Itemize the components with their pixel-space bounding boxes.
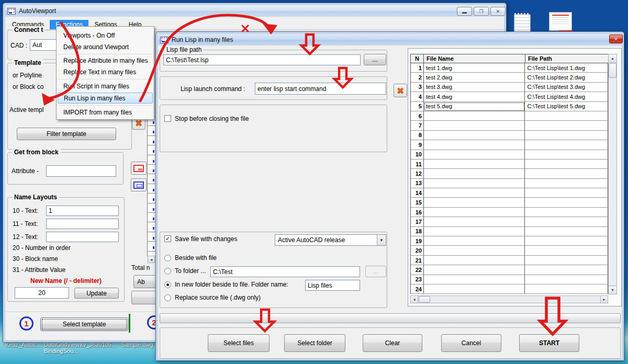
file-path-cell[interactable] <box>525 160 608 169</box>
close-button[interactable]: ✕ <box>490 7 506 16</box>
vscroll-thumb[interactable] <box>609 63 616 78</box>
maximize-button[interactable]: ❐ <box>474 7 489 16</box>
scroll-right-icon[interactable]: ► <box>600 295 608 303</box>
desktop-icon-label[interactable]: BindingSou... <box>44 348 78 354</box>
file-path-cell[interactable]: C:\Test Lisp\test 1.dwg <box>525 63 608 73</box>
table-row[interactable]: 17 <box>411 217 608 226</box>
dialog-close-button[interactable]: ✕ <box>609 35 623 43</box>
file-name-cell[interactable] <box>424 121 525 130</box>
select-files-button[interactable]: Select files <box>208 334 270 352</box>
file-path-cell[interactable]: C:\Test Lisp\test 4.dwg <box>525 92 608 101</box>
table-row[interactable]: 10 <box>411 150 608 160</box>
row-number-cell[interactable]: 21 <box>411 256 424 265</box>
file-path-cell[interactable] <box>525 275 608 285</box>
file-path-cell[interactable] <box>525 236 608 246</box>
file-name-cell[interactable] <box>424 169 525 178</box>
hscroll-thumb[interactable] <box>419 296 430 303</box>
launch-command-input[interactable]: enter lisp start command <box>255 83 386 95</box>
file-path-cell[interactable] <box>525 188 608 198</box>
file-name-cell[interactable] <box>424 236 525 246</box>
file-name-cell[interactable] <box>424 217 525 226</box>
red-viewport-button[interactable] <box>131 162 147 175</box>
file-path-cell[interactable] <box>525 111 608 121</box>
table-row[interactable]: 15 <box>411 198 608 207</box>
row-number-cell[interactable]: 15 <box>411 198 424 207</box>
update-button[interactable]: Update <box>74 288 119 299</box>
file-name-cell[interactable] <box>424 150 525 160</box>
table-row[interactable]: 14 <box>411 188 608 198</box>
row-number-cell[interactable]: 14 <box>411 188 424 198</box>
document-desktop-icon[interactable] <box>549 12 572 31</box>
row-number-cell[interactable]: 3 <box>411 83 424 92</box>
file-path-cell[interactable] <box>525 150 608 160</box>
row-number-cell[interactable]: 5 <box>411 102 424 111</box>
grid-vscrollbar[interactable] <box>608 54 617 294</box>
col-header-file-name[interactable]: File Name <box>424 54 525 63</box>
blue-viewport-button[interactable] <box>131 178 147 191</box>
new-folder-radio[interactable] <box>164 281 171 288</box>
remove-files-button[interactable]: ✖ <box>394 84 407 97</box>
row-number-cell[interactable]: 16 <box>411 208 424 217</box>
table-row[interactable]: 4test 4.dwgC:\Test Lisp\test 4.dwg <box>411 92 608 101</box>
text12-input[interactable] <box>46 232 119 242</box>
file-name-cell[interactable] <box>424 179 525 188</box>
table-row[interactable]: 19 <box>411 236 608 246</box>
row-number-cell[interactable]: 4 <box>411 92 424 101</box>
dialog-titlebar[interactable]: Run Lisp in many files <box>158 34 622 46</box>
minimize-button[interactable]: ▬ <box>457 7 472 16</box>
file-path-cell[interactable] <box>525 140 608 150</box>
file-name-cell[interactable] <box>424 140 525 150</box>
attribute-input[interactable] <box>46 165 116 177</box>
row-number-cell[interactable]: 1 <box>411 63 424 73</box>
scroll-left-icon[interactable]: ◄ <box>410 295 418 303</box>
row-number-cell[interactable]: 11 <box>411 160 424 169</box>
file-path-cell[interactable]: C:\Test Lisp\test 2.dwg <box>525 73 608 82</box>
file-path-cell[interactable] <box>525 121 608 130</box>
row-number-cell[interactable]: 23 <box>411 275 424 285</box>
scroll-down-icon[interactable]: ▼ <box>608 286 617 294</box>
row-number-cell[interactable]: 2 <box>411 73 424 82</box>
table-row[interactable]: 22 <box>411 265 608 275</box>
file-path-cell[interactable] <box>525 198 608 207</box>
table-row[interactable]: 20 <box>411 246 608 255</box>
main-titlebar[interactable]: AutoViewport <box>5 5 504 17</box>
menu-item-run-lisp[interactable]: Run Lisp in many files <box>58 93 153 104</box>
row-number-cell[interactable]: 24 <box>411 285 424 294</box>
table-row[interactable]: 6 <box>411 111 608 121</box>
row-number-cell[interactable]: 22 <box>411 265 424 275</box>
file-path-cell[interactable] <box>525 265 608 275</box>
menu-item-import[interactable]: IMPORT from many files <box>58 107 153 118</box>
row-number-cell[interactable]: 7 <box>411 121 424 130</box>
file-path-cell[interactable] <box>525 179 608 188</box>
menu-item-delete-around-viewport[interactable]: Delete around Viewport <box>58 41 153 52</box>
file-name-cell[interactable] <box>424 198 525 207</box>
file-path-cell[interactable] <box>525 131 608 140</box>
file-name-cell[interactable]: test 3.dwg <box>424 83 525 92</box>
file-name-cell[interactable]: test 4.dwg <box>424 92 525 101</box>
file-name-cell[interactable] <box>424 285 525 294</box>
scroll-up-icon[interactable]: ▲ <box>608 54 617 63</box>
table-row[interactable]: 11 <box>411 160 608 169</box>
file-name-cell[interactable]: test 5.dwg <box>424 102 525 111</box>
file-path-cell[interactable] <box>525 256 608 265</box>
start-button[interactable]: START <box>519 334 579 352</box>
text10-input[interactable]: 1 <box>46 206 119 216</box>
new-name-input[interactable]: 20 <box>15 287 69 299</box>
table-row[interactable]: 24 <box>411 285 608 294</box>
table-row[interactable]: 12 <box>411 169 608 178</box>
autocad-release-select[interactable]: Active AutoCAD release ▼ <box>275 234 386 246</box>
row-number-cell[interactable]: 13 <box>411 179 424 188</box>
file-path-cell[interactable] <box>525 169 608 178</box>
file-path-cell[interactable] <box>525 208 608 217</box>
table-row[interactable]: 9 <box>411 140 608 150</box>
table-row[interactable]: 2test 2.dwgC:\Test Lisp\test 2.dwg <box>411 73 608 82</box>
menu-item-run-script[interactable]: Run Script in many files <box>58 81 153 92</box>
to-folder-radio[interactable] <box>164 268 171 275</box>
row-number-cell[interactable]: 8 <box>411 131 424 140</box>
file-path-cell[interactable] <box>525 217 608 226</box>
table-row[interactable]: 1test 1.dwgC:\Test Lisp\test 1.dwg <box>411 63 608 73</box>
row-number-cell[interactable]: 19 <box>411 236 424 246</box>
file-name-cell[interactable] <box>424 160 525 169</box>
lisp-file-path-input[interactable]: C:\Test\Test.lsp <box>163 54 361 65</box>
file-name-cell[interactable]: test 1.dwg <box>424 63 525 73</box>
